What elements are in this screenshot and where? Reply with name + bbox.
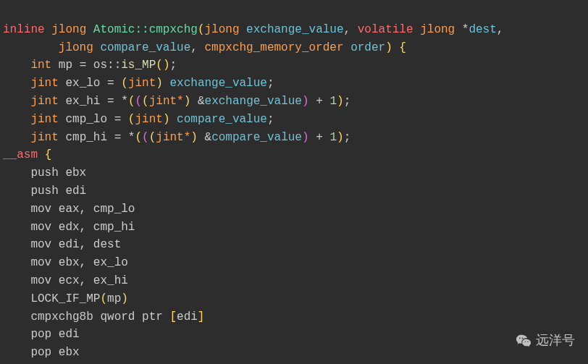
type-order: cmpxchg_memory_order bbox=[204, 41, 343, 54]
code-line: jint ex_hi = *(((jint*) &exchange_value)… bbox=[3, 95, 350, 108]
asm-line: pop edi bbox=[3, 328, 80, 341]
paren: ) bbox=[163, 59, 170, 72]
paren: ( bbox=[135, 131, 142, 144]
type-jlong: jlong bbox=[59, 41, 93, 54]
asm-line: mov eax, cmp_lo bbox=[3, 203, 135, 216]
type-cast: jint* bbox=[156, 131, 190, 144]
amp: & bbox=[198, 95, 205, 108]
type-jint: jint bbox=[30, 77, 58, 90]
paren: ) bbox=[121, 292, 128, 305]
paren: ( bbox=[142, 131, 149, 144]
function-name: Atomic::cmpxchg bbox=[93, 23, 198, 36]
bracket: ] bbox=[198, 310, 205, 323]
paren: ) bbox=[385, 41, 392, 54]
code-block: inline jlong Atomic::cmpxchg(jlong excha… bbox=[0, 0, 588, 364]
code-line: inline jlong Atomic::cmpxchg(jlong excha… bbox=[3, 23, 503, 36]
var: cmp_hi bbox=[65, 131, 107, 144]
paren: ) bbox=[163, 113, 170, 126]
asm-line: mov ebx, ex_lo bbox=[3, 256, 128, 269]
var-ref: exchange_value bbox=[205, 95, 302, 108]
paren: ) bbox=[302, 95, 309, 108]
paren: ) bbox=[337, 95, 344, 108]
namespace: os:: bbox=[93, 59, 121, 72]
var: ex_lo bbox=[65, 77, 100, 90]
comma: , bbox=[190, 41, 198, 54]
amp: & bbox=[205, 131, 212, 144]
asm-line: push ebx bbox=[3, 166, 86, 179]
asm-line: push edi bbox=[3, 185, 86, 198]
var: mp bbox=[59, 59, 72, 72]
paren: ) bbox=[337, 131, 344, 144]
paren: ( bbox=[121, 77, 128, 90]
var: cmp_lo bbox=[65, 113, 107, 126]
semicolon: ; bbox=[267, 77, 274, 90]
number: 1 bbox=[329, 95, 337, 108]
type-jint: jint bbox=[30, 113, 58, 126]
semicolon: ; bbox=[344, 95, 351, 108]
semicolon: ; bbox=[344, 131, 351, 144]
function-call: is_MP bbox=[121, 59, 156, 72]
param: compare_value bbox=[100, 41, 190, 54]
paren: ( bbox=[149, 131, 156, 144]
brace: { bbox=[45, 148, 52, 161]
brace: { bbox=[399, 41, 406, 54]
param: dest bbox=[469, 23, 496, 36]
watermark: 远洋号 bbox=[516, 331, 575, 351]
eq: = bbox=[114, 131, 122, 144]
type-jint: jint bbox=[30, 95, 58, 108]
paren: ( bbox=[135, 95, 142, 108]
star: * bbox=[462, 23, 469, 36]
watermark-text: 远洋号 bbox=[536, 331, 575, 351]
code-line: int mp = os::is_MP(); bbox=[3, 59, 177, 72]
keyword-volatile: volatile bbox=[358, 23, 413, 36]
type-jlong: jlong bbox=[420, 23, 455, 36]
keyword-inline: inline bbox=[3, 23, 45, 36]
plus: + bbox=[316, 131, 323, 144]
var-ref: exchange_value bbox=[170, 77, 267, 90]
type-int: int bbox=[30, 59, 51, 72]
asm-line: LOCK_IF_MP(mp) bbox=[3, 292, 128, 305]
type-cast: jint bbox=[135, 113, 162, 126]
paren: ( bbox=[100, 292, 107, 305]
asm-line: mov edi, dest bbox=[3, 238, 121, 251]
comma: , bbox=[497, 23, 504, 36]
paren: ) bbox=[184, 95, 191, 108]
code-line: jint cmp_hi = *(((jint*) &compare_value)… bbox=[3, 131, 350, 144]
semicolon: ; bbox=[267, 113, 274, 126]
var-ref: compare_value bbox=[177, 113, 267, 126]
paren: ) bbox=[190, 131, 198, 144]
asm-line: cmpxchg8b qword ptr [edi] bbox=[3, 310, 204, 323]
param: order bbox=[350, 41, 385, 54]
eq: = bbox=[114, 113, 122, 126]
number: 1 bbox=[329, 131, 337, 144]
asm-line: pop ebx bbox=[3, 346, 80, 359]
asm-keyword: __asm bbox=[3, 148, 38, 161]
var-ref: compare_value bbox=[211, 131, 302, 144]
type-cast: jint bbox=[128, 77, 156, 90]
type-jlong: jlong bbox=[204, 23, 239, 36]
plus: + bbox=[316, 95, 323, 108]
code-line: jlong compare_value, cmpxchg_memory_orde… bbox=[3, 41, 406, 54]
bracket: [ bbox=[169, 310, 177, 323]
code-line: __asm { bbox=[3, 148, 51, 161]
code-line: jint ex_lo = (jint) exchange_value; bbox=[3, 77, 274, 90]
type-cast: jint* bbox=[149, 95, 184, 108]
type-jint: jint bbox=[30, 131, 58, 144]
asm-line: mov edx, cmp_hi bbox=[3, 221, 135, 234]
asm-line: mov ecx, ex_hi bbox=[3, 274, 128, 287]
var: ex_hi bbox=[65, 95, 100, 108]
eq: = bbox=[107, 77, 114, 90]
param: exchange_value bbox=[246, 23, 343, 36]
paren: ( bbox=[142, 95, 149, 108]
code-line: jint cmp_lo = (jint) compare_value; bbox=[3, 113, 274, 126]
comma: , bbox=[344, 23, 351, 36]
paren: ) bbox=[156, 77, 163, 90]
eq: = bbox=[80, 59, 87, 72]
type-jlong: jlong bbox=[51, 23, 86, 36]
paren: ) bbox=[302, 131, 309, 144]
eq: = bbox=[107, 95, 114, 108]
wechat-icon bbox=[516, 333, 532, 349]
paren: ( bbox=[156, 59, 163, 72]
star: * bbox=[121, 95, 128, 108]
semicolon: ; bbox=[170, 59, 177, 72]
